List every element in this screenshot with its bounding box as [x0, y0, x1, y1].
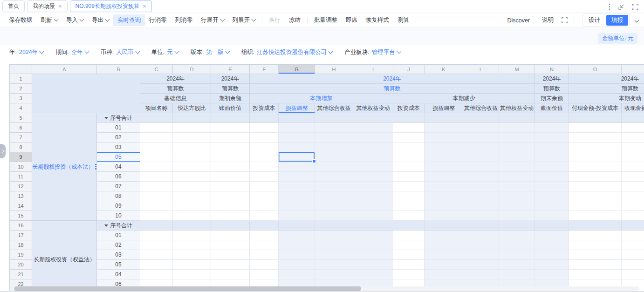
- row-label-18[interactable]: 02: [97, 240, 140, 250]
- toolbar-button[interactable]: 刷新: [36, 14, 62, 26]
- cell-J14[interactable]: [393, 201, 425, 211]
- cell-I19[interactable]: [353, 250, 393, 260]
- row-number-8[interactable]: 8: [10, 143, 32, 152]
- cell-N14[interactable]: [535, 201, 569, 211]
- toolbar-button[interactable]: 导入: [62, 14, 88, 26]
- pop-in-icon[interactable]: [618, 4, 624, 10]
- cell-J19[interactable]: [393, 250, 425, 260]
- cell-K15[interactable]: [425, 211, 463, 221]
- cell-O16[interactable]: [569, 221, 622, 231]
- cell-H16[interactable]: [315, 221, 353, 231]
- cell-L14[interactable]: [463, 201, 499, 211]
- cell-H10[interactable]: [315, 162, 353, 172]
- header-cell-E4[interactable]: 账面价值: [211, 103, 250, 113]
- column-letter-J[interactable]: J: [393, 65, 425, 74]
- grid-corner-cell[interactable]: [10, 65, 32, 74]
- cell-M17[interactable]: [499, 231, 535, 240]
- row-number-11[interactable]: 11: [10, 172, 32, 182]
- header-cell-P4[interactable]: 收现金额: [622, 103, 644, 113]
- cell-D10[interactable]: [173, 162, 211, 172]
- cell-G21[interactable]: [279, 270, 315, 279]
- filter-value-dropdown[interactable]: 全年: [71, 48, 89, 56]
- header-cell-G4[interactable]: 损益调整: [279, 103, 315, 113]
- cell-J9[interactable]: [393, 152, 425, 162]
- header-cell-F4[interactable]: 投资成本: [250, 103, 279, 113]
- cell-N9[interactable]: [535, 152, 569, 162]
- tab-close-icon[interactable]: ×: [58, 3, 62, 9]
- header-cell-J4[interactable]: 投资成本: [393, 103, 425, 113]
- cell-D18[interactable]: [173, 240, 211, 250]
- cell-M14[interactable]: [499, 201, 535, 211]
- cell-D21[interactable]: [173, 270, 211, 279]
- cell-F12[interactable]: [250, 182, 279, 191]
- cell-N21[interactable]: [535, 270, 569, 279]
- toolbar-button[interactable]: 导出: [88, 14, 113, 26]
- cell-N6[interactable]: [535, 123, 569, 133]
- cell-F15[interactable]: [250, 211, 279, 221]
- cell-C5[interactable]: [140, 113, 173, 123]
- cell-C18[interactable]: [140, 240, 173, 250]
- cell-O11[interactable]: [569, 172, 622, 182]
- toolbar-button[interactable]: 批量调整: [310, 14, 342, 26]
- cell-N13[interactable]: [535, 191, 569, 201]
- header-cell-F3[interactable]: 本期增加: [250, 94, 393, 103]
- cell-J13[interactable]: [393, 191, 425, 201]
- cell-F8[interactable]: [250, 143, 279, 152]
- cell-D8[interactable]: [173, 143, 211, 152]
- cell-F18[interactable]: [250, 240, 279, 250]
- cell-G12[interactable]: [279, 182, 315, 191]
- cell-C7[interactable]: [140, 133, 173, 143]
- cell-N11[interactable]: [535, 172, 569, 182]
- cell-C17[interactable]: [140, 231, 173, 240]
- cell-O13[interactable]: [569, 191, 622, 201]
- row-number-18[interactable]: 18: [10, 240, 32, 250]
- cell-G7[interactable]: [279, 133, 315, 143]
- row-number-6[interactable]: 6: [10, 123, 32, 133]
- column-letter-I[interactable]: I: [353, 65, 393, 74]
- cell-F5[interactable]: [250, 113, 279, 123]
- cell-C20[interactable]: [140, 260, 173, 270]
- cell-P6[interactable]: [622, 123, 644, 133]
- toolbar-button[interactable]: 说明: [538, 14, 558, 26]
- cell-L12[interactable]: [463, 182, 499, 191]
- toolbar-button[interactable]: Discover: [503, 15, 534, 26]
- cell-L16[interactable]: [463, 221, 499, 231]
- cell-E5[interactable]: [211, 113, 250, 123]
- cell-O18[interactable]: [569, 240, 622, 250]
- header-cell-K4[interactable]: 损益调整: [425, 103, 463, 113]
- toolbar-button[interactable]: 恢复样式: [362, 14, 393, 26]
- header-cell-I4[interactable]: 其他权益变动: [353, 103, 393, 113]
- cell-C13[interactable]: [140, 191, 173, 201]
- cell-P16[interactable]: [622, 221, 644, 231]
- cell-H7[interactable]: [315, 133, 353, 143]
- cell-J17[interactable]: [393, 231, 425, 240]
- column-letter-G[interactable]: G: [279, 65, 315, 74]
- cell-J11[interactable]: [393, 172, 425, 182]
- cell-G10[interactable]: [279, 162, 315, 172]
- row-label-13[interactable]: 08: [97, 191, 140, 201]
- mode-fill-button[interactable]: 填报: [606, 15, 628, 26]
- cell-L8[interactable]: [463, 143, 499, 152]
- cell-P9[interactable]: [622, 152, 644, 162]
- row-label-12[interactable]: 07: [97, 182, 140, 191]
- cell-H13[interactable]: [315, 191, 353, 201]
- cell-E14[interactable]: [211, 201, 250, 211]
- cell-J15[interactable]: [393, 211, 425, 221]
- tab-close-icon[interactable]: ×: [143, 3, 146, 9]
- cell-P18[interactable]: [622, 240, 644, 250]
- cell-D6[interactable]: [173, 123, 211, 133]
- row-number-20[interactable]: 20: [10, 260, 32, 270]
- cell-D20[interactable]: [173, 260, 211, 270]
- cell-C16[interactable]: [140, 221, 173, 231]
- cell-E19[interactable]: [211, 250, 250, 260]
- cell-P20[interactable]: [622, 260, 644, 270]
- header-cell-C1[interactable]: 2024年: [140, 74, 211, 84]
- toolbar-button[interactable]: 测算: [393, 14, 413, 26]
- cell-L5[interactable]: [463, 113, 499, 123]
- row-number-1[interactable]: 1: [10, 74, 32, 84]
- cell-O12[interactable]: [569, 182, 622, 191]
- header-cell-L4[interactable]: 其他综合收益: [463, 103, 499, 113]
- header-cell-O1[interactable]: 2024年: [569, 74, 644, 84]
- group-label-1[interactable]: 长期股权投资（成本法）: [32, 113, 97, 221]
- cell-L15[interactable]: [463, 211, 499, 221]
